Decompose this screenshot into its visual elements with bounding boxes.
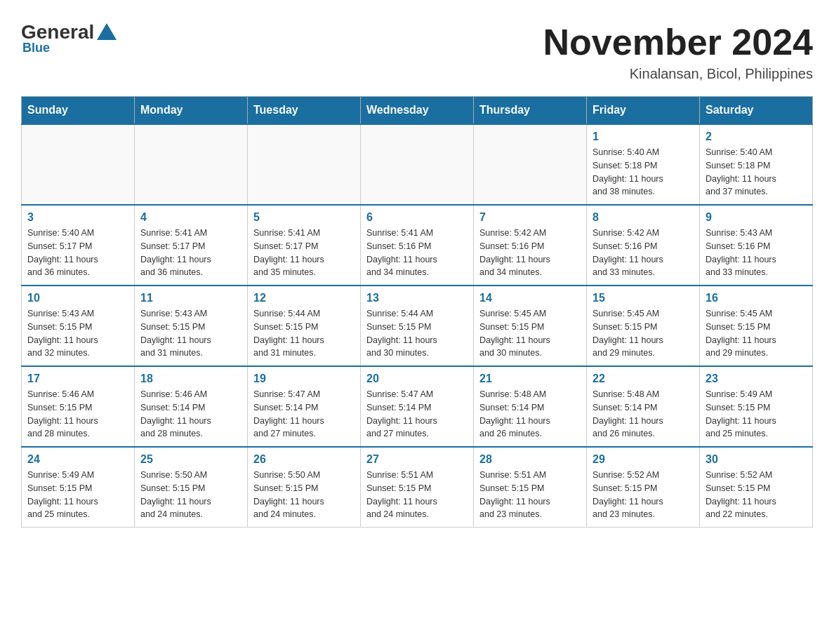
weekday-header-wednesday: Wednesday — [361, 97, 474, 125]
day-info: Sunrise: 5:48 AM Sunset: 5:14 PM Dayligh… — [479, 388, 581, 441]
day-info: Sunrise: 5:42 AM Sunset: 5:16 PM Dayligh… — [479, 227, 581, 279]
day-info: Sunrise: 5:47 AM Sunset: 5:14 PM Dayligh… — [253, 388, 355, 441]
calendar-cell-4-6: 22Sunrise: 5:48 AM Sunset: 5:14 PM Dayli… — [587, 366, 700, 447]
day-number: 21 — [479, 373, 581, 385]
calendar-cell-5-7: 30Sunrise: 5:52 AM Sunset: 5:15 PM Dayli… — [700, 447, 813, 528]
calendar-cell-1-6: 1Sunrise: 5:40 AM Sunset: 5:18 PM Daylig… — [587, 124, 700, 205]
calendar-week-row-3: 10Sunrise: 5:43 AM Sunset: 5:15 PM Dayli… — [22, 286, 813, 366]
day-number: 29 — [593, 453, 694, 466]
weekday-header-tuesday: Tuesday — [248, 97, 361, 125]
calendar-week-row-1: 1Sunrise: 5:40 AM Sunset: 5:18 PM Daylig… — [22, 124, 813, 205]
day-info: Sunrise: 5:46 AM Sunset: 5:15 PM Dayligh… — [27, 388, 128, 441]
day-info: Sunrise: 5:42 AM Sunset: 5:16 PM Dayligh… — [593, 227, 694, 279]
day-number: 8 — [593, 211, 694, 224]
day-info: Sunrise: 5:52 AM Sunset: 5:15 PM Dayligh… — [593, 469, 694, 521]
weekday-header-friday: Friday — [587, 97, 700, 125]
logo-triangle-icon — [97, 23, 117, 40]
day-number: 14 — [479, 292, 581, 304]
day-info: Sunrise: 5:40 AM Sunset: 5:18 PM Dayligh… — [593, 146, 694, 199]
weekday-header-monday: Monday — [135, 97, 248, 125]
day-info: Sunrise: 5:45 AM Sunset: 5:15 PM Dayligh… — [706, 307, 807, 360]
calendar-week-row-4: 17Sunrise: 5:46 AM Sunset: 5:15 PM Dayli… — [22, 366, 813, 447]
calendar-cell-4-1: 17Sunrise: 5:46 AM Sunset: 5:15 PM Dayli… — [22, 366, 135, 447]
day-number: 2 — [706, 130, 807, 143]
calendar-cell-1-1 — [22, 124, 135, 205]
day-info: Sunrise: 5:46 AM Sunset: 5:14 PM Dayligh… — [140, 388, 241, 441]
day-number: 12 — [253, 292, 355, 304]
calendar-cell-2-4: 6Sunrise: 5:41 AM Sunset: 5:16 PM Daylig… — [361, 205, 474, 286]
calendar-title: November 2024 — [543, 21, 813, 63]
calendar-cell-4-5: 21Sunrise: 5:48 AM Sunset: 5:14 PM Dayli… — [474, 366, 587, 447]
calendar-cell-3-5: 14Sunrise: 5:45 AM Sunset: 5:15 PM Dayli… — [474, 286, 587, 366]
calendar-cell-2-6: 8Sunrise: 5:42 AM Sunset: 5:16 PM Daylig… — [587, 205, 700, 286]
day-number: 23 — [706, 373, 807, 385]
calendar-cell-4-3: 19Sunrise: 5:47 AM Sunset: 5:14 PM Dayli… — [248, 366, 361, 447]
calendar-cell-3-1: 10Sunrise: 5:43 AM Sunset: 5:15 PM Dayli… — [22, 286, 135, 366]
day-number: 13 — [366, 292, 468, 304]
calendar-week-row-5: 24Sunrise: 5:49 AM Sunset: 5:15 PM Dayli… — [22, 447, 813, 528]
day-info: Sunrise: 5:43 AM Sunset: 5:15 PM Dayligh… — [27, 307, 128, 360]
calendar-cell-3-3: 12Sunrise: 5:44 AM Sunset: 5:15 PM Dayli… — [248, 286, 361, 366]
calendar-subtitle: Kinalansan, Bicol, Philippines — [543, 66, 813, 82]
day-info: Sunrise: 5:44 AM Sunset: 5:15 PM Dayligh… — [366, 307, 468, 360]
day-number: 18 — [140, 373, 241, 385]
logo-blue-text: Blue — [22, 41, 50, 55]
day-number: 11 — [140, 292, 241, 304]
day-number: 19 — [253, 373, 355, 385]
day-number: 3 — [27, 211, 128, 224]
day-number: 9 — [706, 211, 807, 224]
day-number: 26 — [253, 453, 355, 466]
day-number: 22 — [593, 373, 694, 385]
day-info: Sunrise: 5:43 AM Sunset: 5:16 PM Dayligh… — [706, 227, 807, 279]
calendar-cell-4-2: 18Sunrise: 5:46 AM Sunset: 5:14 PM Dayli… — [135, 366, 248, 447]
day-number: 10 — [27, 292, 128, 304]
day-number: 25 — [140, 453, 241, 466]
day-info: Sunrise: 5:51 AM Sunset: 5:15 PM Dayligh… — [479, 469, 581, 521]
calendar-cell-2-5: 7Sunrise: 5:42 AM Sunset: 5:16 PM Daylig… — [474, 205, 587, 286]
calendar-cell-1-5 — [474, 124, 587, 205]
calendar-table: SundayMondayTuesdayWednesdayThursdayFrid… — [21, 96, 813, 528]
logo: General Blue — [21, 21, 117, 55]
calendar-cell-1-7: 2Sunrise: 5:40 AM Sunset: 5:18 PM Daylig… — [700, 124, 813, 205]
day-info: Sunrise: 5:45 AM Sunset: 5:15 PM Dayligh… — [593, 307, 694, 360]
day-info: Sunrise: 5:40 AM Sunset: 5:17 PM Dayligh… — [27, 227, 128, 279]
calendar-week-row-2: 3Sunrise: 5:40 AM Sunset: 5:17 PM Daylig… — [22, 205, 813, 286]
day-info: Sunrise: 5:49 AM Sunset: 5:15 PM Dayligh… — [706, 388, 807, 441]
day-number: 28 — [479, 453, 581, 466]
calendar-cell-2-7: 9Sunrise: 5:43 AM Sunset: 5:16 PM Daylig… — [700, 205, 813, 286]
weekday-header-thursday: Thursday — [474, 97, 587, 125]
day-number: 17 — [27, 373, 128, 385]
calendar-cell-4-4: 20Sunrise: 5:47 AM Sunset: 5:14 PM Dayli… — [361, 366, 474, 447]
weekday-header-sunday: Sunday — [22, 97, 135, 125]
day-number: 27 — [366, 453, 468, 466]
day-number: 16 — [706, 292, 807, 304]
weekday-header-saturday: Saturday — [700, 97, 813, 125]
calendar-cell-1-4 — [361, 124, 474, 205]
day-number: 30 — [706, 453, 807, 466]
day-number: 1 — [593, 130, 694, 143]
day-number: 5 — [253, 211, 355, 224]
day-info: Sunrise: 5:50 AM Sunset: 5:15 PM Dayligh… — [253, 469, 355, 521]
day-info: Sunrise: 5:41 AM Sunset: 5:17 PM Dayligh… — [140, 227, 241, 279]
day-info: Sunrise: 5:43 AM Sunset: 5:15 PM Dayligh… — [140, 307, 241, 360]
day-info: Sunrise: 5:51 AM Sunset: 5:15 PM Dayligh… — [366, 469, 468, 521]
day-number: 20 — [366, 373, 468, 385]
calendar-cell-5-6: 29Sunrise: 5:52 AM Sunset: 5:15 PM Dayli… — [587, 447, 700, 528]
calendar-cell-3-4: 13Sunrise: 5:44 AM Sunset: 5:15 PM Dayli… — [361, 286, 474, 366]
calendar-cell-2-3: 5Sunrise: 5:41 AM Sunset: 5:17 PM Daylig… — [248, 205, 361, 286]
day-number: 7 — [479, 211, 581, 224]
day-number: 6 — [366, 211, 468, 224]
day-info: Sunrise: 5:50 AM Sunset: 5:15 PM Dayligh… — [140, 469, 241, 521]
day-info: Sunrise: 5:40 AM Sunset: 5:18 PM Dayligh… — [706, 146, 807, 199]
day-number: 15 — [593, 292, 694, 304]
calendar-cell-5-5: 28Sunrise: 5:51 AM Sunset: 5:15 PM Dayli… — [474, 447, 587, 528]
day-info: Sunrise: 5:49 AM Sunset: 5:15 PM Dayligh… — [27, 469, 128, 521]
calendar-cell-2-2: 4Sunrise: 5:41 AM Sunset: 5:17 PM Daylig… — [135, 205, 248, 286]
day-info: Sunrise: 5:44 AM Sunset: 5:15 PM Dayligh… — [253, 307, 355, 360]
calendar-cell-5-2: 25Sunrise: 5:50 AM Sunset: 5:15 PM Dayli… — [135, 447, 248, 528]
day-number: 24 — [27, 453, 128, 466]
day-info: Sunrise: 5:52 AM Sunset: 5:15 PM Dayligh… — [706, 469, 807, 521]
calendar-cell-3-2: 11Sunrise: 5:43 AM Sunset: 5:15 PM Dayli… — [135, 286, 248, 366]
day-info: Sunrise: 5:41 AM Sunset: 5:17 PM Dayligh… — [253, 227, 355, 279]
day-number: 4 — [140, 211, 241, 224]
